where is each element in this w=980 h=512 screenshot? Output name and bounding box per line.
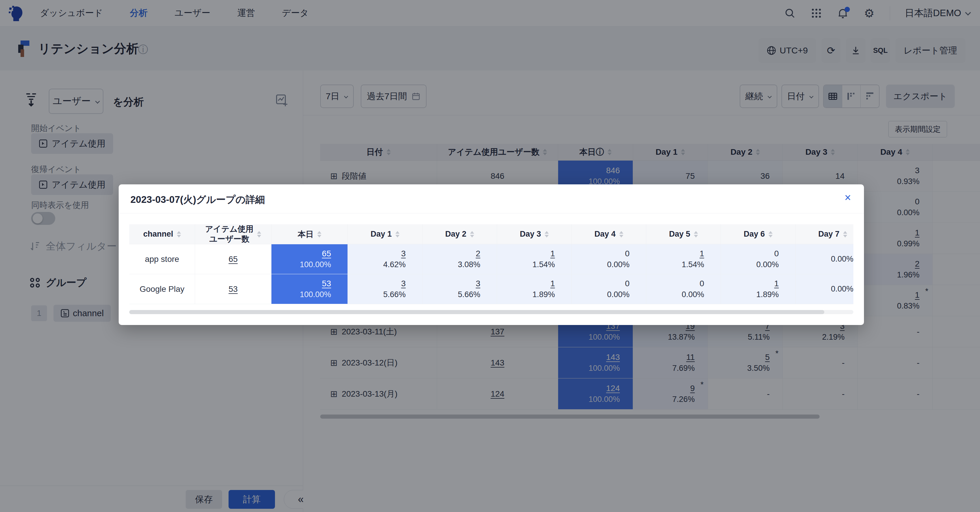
day1-cell: 34.62% xyxy=(348,244,422,274)
users-count[interactable]: 53 xyxy=(229,284,238,294)
today-cell: 53100.00% xyxy=(271,274,348,304)
cell-percent: 5.66% xyxy=(383,290,406,299)
cell-percent: 1.54% xyxy=(681,260,704,269)
column-header-label: Day 4 xyxy=(594,230,616,239)
sort-icon[interactable] xyxy=(694,231,698,238)
cell-count[interactable]: 1 xyxy=(550,249,555,258)
column-header-label: Day 2 xyxy=(445,230,466,239)
day2-cell: 23.08% xyxy=(422,244,497,274)
modal-divider xyxy=(119,213,864,214)
channel-label: Google Play xyxy=(140,284,185,294)
day5-cell: 00.00% xyxy=(646,274,721,304)
column-header-6[interactable]: Day 4 xyxy=(572,224,646,244)
cell-percent: 0.00% xyxy=(607,260,630,269)
cell-percent: 0.00% xyxy=(681,290,704,299)
cell-count[interactable]: 2 xyxy=(476,249,480,258)
cell-percent: 4.62% xyxy=(383,260,406,269)
day4-cell: 00.00% xyxy=(572,274,646,304)
modal-title: 2023-03-07(火)グループの詳細 xyxy=(130,193,265,206)
day6-cell: 11.89% xyxy=(721,274,795,304)
sort-icon[interactable] xyxy=(545,231,549,238)
day5-cell: 11.54% xyxy=(646,244,721,274)
day7-cell: 0.00% xyxy=(795,244,853,274)
group-detail-table: channelアイテム使用ユーザー数本日Day 1Day 2Day 3Day 4… xyxy=(129,224,853,304)
day1-cell: 35.66% xyxy=(348,274,422,304)
column-header-label: Day 5 xyxy=(669,230,690,239)
column-header-label: アイテム使用ユーザー数 xyxy=(205,224,253,244)
day3-cell: 11.54% xyxy=(497,244,572,274)
sort-icon[interactable] xyxy=(257,231,261,238)
cell-count[interactable]: 3 xyxy=(401,279,406,288)
column-header-5[interactable]: Day 3 xyxy=(497,224,572,244)
channel-cell: Google Play xyxy=(129,274,195,304)
day6-cell: 00.00% xyxy=(721,244,795,274)
column-header-1[interactable]: アイテム使用ユーザー数 xyxy=(195,224,271,244)
cell-percent: 1.89% xyxy=(532,290,555,299)
column-header-3[interactable]: Day 1 xyxy=(348,224,422,244)
cell-count: 0 xyxy=(625,249,630,258)
cell-count: 0 xyxy=(774,249,779,258)
column-header-7[interactable]: Day 5 xyxy=(646,224,721,244)
sort-icon[interactable] xyxy=(768,231,773,238)
today-cell: 65100.00% xyxy=(271,244,348,274)
group-detail-modal: 2023-03-07(火)グループの詳細 × channelアイテム使用ユーザー… xyxy=(119,184,864,325)
cell-count[interactable]: 1 xyxy=(700,249,704,258)
sort-icon[interactable] xyxy=(177,231,181,238)
column-header-8[interactable]: Day 6 xyxy=(721,224,795,244)
cell-percent: 1.89% xyxy=(756,290,779,299)
cell-count: 0 xyxy=(700,279,704,288)
column-header-label: channel xyxy=(143,230,173,239)
cell-count[interactable]: 3 xyxy=(401,249,406,258)
day4-cell: 00.00% xyxy=(572,244,646,274)
sort-icon[interactable] xyxy=(843,231,847,238)
close-icon[interactable]: × xyxy=(845,192,851,203)
column-header-9[interactable]: Day 7 xyxy=(795,224,853,244)
sort-icon[interactable] xyxy=(317,231,321,238)
day7-cell: 0.00% xyxy=(795,274,853,304)
cell-percent: 1.54% xyxy=(532,260,555,269)
sort-icon[interactable] xyxy=(619,231,624,238)
column-header-2[interactable]: 本日 xyxy=(271,224,348,244)
cell-percent: 0.00% xyxy=(831,284,853,293)
cell-percent: 0.00% xyxy=(607,290,630,299)
table-header-row: channelアイテム使用ユーザー数本日Day 1Day 2Day 3Day 4… xyxy=(129,224,853,244)
modal-scrollbar-track xyxy=(129,310,853,314)
day2-cell: 35.66% xyxy=(422,274,497,304)
cell-count[interactable]: 1 xyxy=(774,279,779,288)
cell-count[interactable]: 3 xyxy=(476,279,480,288)
modal-table-row: app store6565100.00%34.62%23.08%11.54%00… xyxy=(129,244,853,274)
cell-percent: 0.00% xyxy=(831,255,853,264)
sort-icon[interactable] xyxy=(470,231,474,238)
cell-count: 0 xyxy=(625,279,630,288)
column-header-label: 本日 xyxy=(298,229,314,239)
modal-table-row: Google Play5353100.00%35.66%35.66%11.89%… xyxy=(129,274,853,304)
cell-percent: 5.66% xyxy=(458,290,480,299)
cell-percent: 0.00% xyxy=(756,260,779,269)
users-count[interactable]: 65 xyxy=(229,255,238,264)
sort-icon[interactable] xyxy=(395,231,399,238)
channel-cell: app store xyxy=(129,244,195,274)
users-cell: 65 xyxy=(195,244,271,274)
modal-scrollbar-thumb[interactable] xyxy=(129,310,824,314)
cell-percent: 100.00% xyxy=(300,260,331,269)
cell-percent: 100.00% xyxy=(300,290,331,299)
channel-label: app store xyxy=(145,255,179,264)
column-header-0[interactable]: channel xyxy=(129,224,195,244)
users-cell: 53 xyxy=(195,274,271,304)
cell-percent: 3.08% xyxy=(458,260,480,269)
column-header-4[interactable]: Day 2 xyxy=(422,224,497,244)
cell-count[interactable]: 65 xyxy=(322,249,331,258)
column-header-label: Day 3 xyxy=(520,230,541,239)
cell-count[interactable]: 53 xyxy=(322,279,331,288)
day3-cell: 11.89% xyxy=(497,274,572,304)
column-header-label: Day 7 xyxy=(818,230,839,239)
column-header-label: Day 1 xyxy=(371,230,391,239)
column-header-label: Day 6 xyxy=(743,230,765,239)
cell-count[interactable]: 1 xyxy=(550,279,555,288)
